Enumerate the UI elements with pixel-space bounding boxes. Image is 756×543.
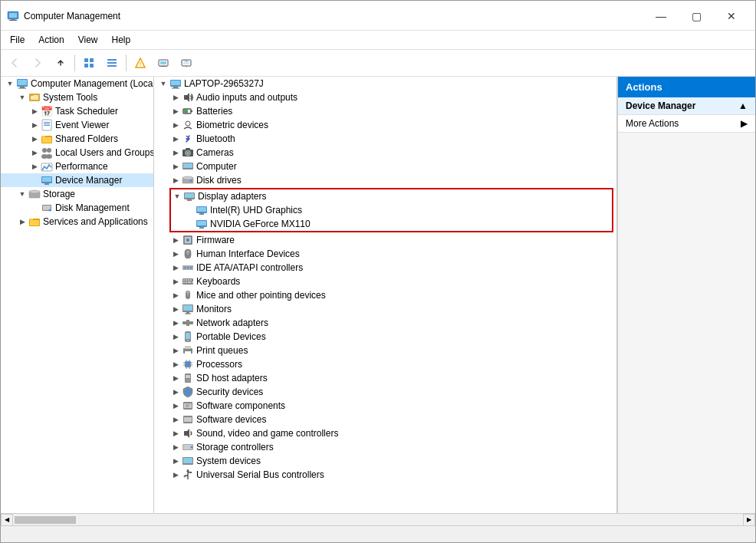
toolbar-btn-5[interactable]	[176, 52, 197, 74]
menu-view[interactable]: View	[72, 32, 104, 48]
h-scrollbar-thumb[interactable]	[15, 516, 76, 524]
toolbar-btn-3[interactable]: !	[130, 52, 151, 74]
network-expander[interactable]: ▶	[169, 317, 182, 329]
tree-task-scheduler[interactable]: ▶ 📅 Task Scheduler	[1, 104, 153, 118]
tree-storage[interactable]: ▼ Storage	[1, 187, 153, 201]
actions-device-manager[interactable]: Device Manager ▲	[618, 97, 755, 115]
device-nvidia-gpu[interactable]: NVIDIA GeForce MX110	[171, 217, 612, 231]
device-printers[interactable]: ▶ Print queues	[154, 344, 616, 357]
device-sw-components[interactable]: ▶ Software components	[154, 399, 616, 413]
tree-event-viewer[interactable]: ▶ Event Viewer	[1, 118, 153, 132]
local-users-expander[interactable]: ▶	[28, 146, 41, 159]
tree-device-manager[interactable]: Device Manager	[1, 173, 153, 187]
performance-expander[interactable]: ▶	[28, 160, 41, 173]
device-cameras[interactable]: ▶ Cameras	[154, 146, 616, 160]
sd-expander[interactable]: ▶	[169, 372, 182, 384]
system-tools-expander[interactable]: ▼	[16, 91, 28, 104]
root-expander[interactable]: ▼	[4, 77, 16, 90]
printers-expander[interactable]: ▶	[169, 344, 182, 357]
toolbar-btn-1[interactable]	[78, 52, 100, 74]
audio-expander[interactable]: ▶	[169, 91, 182, 104]
scroll-left-arrow[interactable]: ◀	[1, 514, 13, 526]
device-storage-ctrl[interactable]: ▶ Storage controllers	[154, 440, 616, 454]
portable-expander[interactable]: ▶	[169, 331, 182, 343]
sw-components-expander[interactable]: ▶	[169, 400, 182, 412]
device-batteries[interactable]: ▶ Batteries	[154, 104, 616, 118]
h-scrollbar-track[interactable]	[15, 515, 741, 525]
svg-point-39	[46, 154, 52, 159]
disk-expander[interactable]: ▶	[169, 174, 182, 186]
tree-performance[interactable]: ▶ Performance	[1, 160, 153, 173]
tree-system-tools[interactable]: ▼ System Tools	[1, 90, 153, 104]
shared-folders-expander[interactable]: ▶	[28, 133, 41, 145]
device-ide[interactable]: ▶ IDE ATA/ATAPI controllers	[154, 261, 616, 275]
device-sw-devices[interactable]: ▶ Software devices	[154, 413, 616, 426]
device-system[interactable]: ▶ System devices	[154, 454, 616, 468]
bluetooth-expander[interactable]: ▶	[169, 133, 182, 145]
maximize-button[interactable]: ▢	[679, 5, 714, 27]
device-biometric[interactable]: ▶ Biometric devices	[154, 118, 616, 132]
firmware-expander[interactable]: ▶	[169, 234, 182, 246]
device-monitors[interactable]: ▶ Monitors	[154, 302, 616, 316]
storage-expander[interactable]: ▼	[16, 188, 28, 200]
tree-disk-management[interactable]: Disk Management	[1, 201, 153, 215]
biometric-expander[interactable]: ▶	[169, 119, 182, 131]
svg-rect-90	[183, 279, 185, 281]
toolbar-btn-4[interactable]	[153, 52, 174, 74]
device-disk[interactable]: ▶ Disk drives	[154, 173, 616, 187]
batteries-expander[interactable]: ▶	[169, 105, 182, 117]
ide-expander[interactable]: ▶	[169, 262, 182, 274]
system-expander[interactable]: ▶	[169, 455, 182, 467]
actions-more[interactable]: More Actions ▶	[618, 115, 755, 133]
device-audio[interactable]: ▶ Audio inputs and outputs	[154, 90, 616, 104]
toolbar-forward[interactable]	[27, 52, 48, 74]
storage-ctrl-expander[interactable]: ▶	[169, 441, 182, 453]
keyboards-expander[interactable]: ▶	[169, 275, 182, 288]
device-security[interactable]: ▶ Security devices	[154, 385, 616, 399]
tree-shared-folders[interactable]: ▶ Shared Folders	[1, 132, 153, 146]
svg-rect-1	[9, 13, 17, 18]
device-computer[interactable]: ▶ Computer	[154, 160, 616, 173]
device-hid[interactable]: ▶ Human Interface Devices	[154, 247, 616, 261]
toolbar-back[interactable]	[4, 52, 25, 74]
device-root[interactable]: ▼ LAPTOP-2965327J	[154, 77, 616, 90]
device-root-expander[interactable]: ▼	[157, 77, 169, 90]
menu-action[interactable]: Action	[32, 32, 70, 48]
menu-help[interactable]: Help	[106, 32, 137, 48]
event-viewer-expander[interactable]: ▶	[28, 119, 41, 131]
close-button[interactable]: ✕	[714, 5, 749, 27]
menu-file[interactable]: File	[4, 32, 31, 48]
device-intel-gpu[interactable]: Intel(R) UHD Graphics	[171, 203, 612, 217]
processors-expander[interactable]: ▶	[169, 358, 182, 370]
device-portable[interactable]: ▶ Portable Devices	[154, 330, 616, 344]
device-bluetooth[interactable]: ▶ Bluetooth	[154, 132, 616, 146]
computer-expander[interactable]: ▶	[169, 160, 182, 173]
hid-expander[interactable]: ▶	[169, 248, 182, 260]
toolbar-btn-2[interactable]	[101, 52, 123, 74]
device-usb[interactable]: ▶ Universal Serial Bus controllers	[154, 468, 616, 482]
device-display-adapters[interactable]: ▼ Display adapters	[171, 189, 612, 203]
tree-root[interactable]: ▼ Computer Management (Local	[1, 77, 153, 90]
sw-devices-expander[interactable]: ▶	[169, 413, 182, 426]
device-network[interactable]: ▶ Network adapters	[154, 316, 616, 330]
tree-local-users[interactable]: ▶ Local Users and Groups	[1, 146, 153, 160]
services-expander[interactable]: ▶	[16, 216, 28, 228]
usb-expander[interactable]: ▶	[169, 469, 182, 481]
minimize-button[interactable]: —	[643, 5, 679, 27]
monitors-expander[interactable]: ▶	[169, 303, 182, 315]
device-firmware[interactable]: ▶ Firmware	[154, 233, 616, 247]
display-adapters-expander[interactable]: ▼	[171, 190, 183, 202]
device-sound[interactable]: ▶ Sound, video and game controllers	[154, 426, 616, 440]
scroll-right-arrow[interactable]: ▶	[743, 514, 755, 526]
device-sd[interactable]: ▶ SD host adapters	[154, 371, 616, 385]
task-scheduler-expander[interactable]: ▶	[28, 105, 41, 117]
mice-expander[interactable]: ▶	[169, 289, 182, 301]
toolbar-up[interactable]	[50, 52, 71, 74]
device-processors[interactable]: ▶ Processors	[154, 357, 616, 371]
tree-services[interactable]: ▶ Services and Applications	[1, 215, 153, 229]
cameras-expander[interactable]: ▶	[169, 146, 182, 159]
device-mice[interactable]: ▶ Mice and other pointing devices	[154, 288, 616, 302]
device-keyboards[interactable]: ▶ Keyboards	[154, 275, 616, 288]
security-expander[interactable]: ▶	[169, 386, 182, 398]
sound-expander[interactable]: ▶	[169, 427, 182, 439]
